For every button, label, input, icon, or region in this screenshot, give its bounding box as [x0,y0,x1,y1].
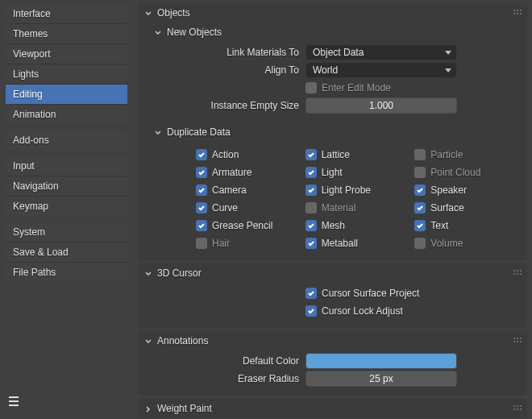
duplicate-data-item: Grease Pencil [196,217,302,234]
hamburger-icon [7,395,20,408]
duplicate-item-label: Camera [212,185,247,196]
align-to-label: Align To [144,64,299,76]
sidebar-item-save-load[interactable]: Save & Load [6,242,127,262]
duplicate-light-probe-checkbox[interactable] [305,185,317,196]
cursor-surface-project-checkbox[interactable] [305,288,317,299]
duplicate-item-label: Metaball [322,238,358,249]
link-materials-label: Link Materials To [144,47,299,58]
enter-edit-mode-checkbox[interactable] [305,82,317,93]
duplicate-item-label: Volume [430,238,463,249]
duplicate-data-item: Speaker [414,181,521,199]
duplicate-camera-checkbox[interactable] [196,185,207,196]
duplicate-data-item: Mesh [305,217,412,234]
sidebar-item-animation[interactable]: Animation [6,104,127,124]
duplicate-data-item: Curve [196,199,302,217]
drag-grip-icon[interactable] [513,404,522,411]
cursor-surface-project-label: Cursor Surface Project [322,288,419,299]
objects-panel-title: Objects [157,7,190,19]
new-objects-title: New Objects [167,27,222,38]
duplicate-speaker-checkbox[interactable] [414,185,426,196]
duplicate-grease-pencil-checkbox[interactable] [196,220,207,231]
annotations-panel-header[interactable]: Annotations [138,331,527,351]
duplicate-data-item: Camera [196,181,302,199]
enter-edit-mode-label: Enter Edit Mode [322,82,391,93]
annotations-panel: Annotations Default Color Eraser Radius … [138,331,527,396]
sidebar-item-file-paths[interactable]: File Paths [6,262,127,282]
sidebar-item-interface[interactable]: Interface [6,4,127,23]
preferences-main: Objects New Objects Link Materials To Ob… [133,0,532,419]
sidebar-item-system[interactable]: System [6,222,127,242]
duplicate-item-label: Surface [430,202,463,214]
hamburger-menu-button[interactable] [6,390,127,415]
new-objects-subpanel-header[interactable]: New Objects [138,23,527,42]
duplicate-data-item: Armature [196,164,302,181]
duplicate-data-item: Light [305,164,412,181]
duplicate-surface-checkbox[interactable] [414,202,426,214]
duplicate-item-label: Grease Pencil [212,220,272,231]
sidebar-item-navigation[interactable]: Navigation [6,176,127,196]
chevron-down-icon [154,28,162,36]
cursor-lock-adjust-checkbox[interactable] [305,305,317,317]
duplicate-data-item: Material [305,199,412,217]
duplicate-metaball-checkbox[interactable] [305,238,317,249]
instance-empty-size-label: Instance Empty Size [144,100,299,111]
chevron-down-icon [144,9,152,17]
duplicate-point-cloud-checkbox[interactable] [414,167,426,178]
sidebar-item-lights[interactable]: Lights [6,64,127,84]
duplicate-data-item: Action [196,146,302,164]
sidebar-item-viewport[interactable]: Viewport [6,44,127,64]
duplicate-data-item: Particle [414,146,521,164]
drag-grip-icon[interactable] [513,269,522,276]
default-color-swatch[interactable] [305,353,457,369]
duplicate-item-label: Light [322,167,343,178]
eraser-radius-label: Eraser Radius [144,373,299,384]
cursor3d-panel: 3D Cursor Cursor Surface Project Cursor … [138,263,527,328]
duplicate-data-subpanel-header[interactable]: Duplicate Data [138,122,527,142]
drag-grip-icon[interactable] [513,337,522,343]
duplicate-volume-checkbox[interactable] [414,238,426,249]
duplicate-item-label: Point Cloud [430,167,480,178]
instance-empty-size-field[interactable]: 1.000 [305,97,457,114]
sidebar-item-editing[interactable]: Editing [6,84,127,104]
duplicate-item-label: Curve [212,202,238,214]
objects-panel-header[interactable]: Objects [138,3,527,23]
duplicate-item-label: Action [212,149,239,160]
chevron-down-icon [144,269,152,277]
sidebar-item-add-ons[interactable]: Add-ons [6,131,127,150]
duplicate-item-label: Particle [430,149,463,160]
duplicate-data-item: Volume [414,234,521,252]
duplicate-mesh-checkbox[interactable] [305,220,317,231]
duplicate-light-checkbox[interactable] [305,167,317,178]
weight-paint-panel: Weight Paint [138,399,527,418]
duplicate-lattice-checkbox[interactable] [305,149,317,160]
duplicate-item-label: Material [322,202,356,214]
weight-paint-panel-header[interactable]: Weight Paint [138,399,527,418]
duplicate-item-label: Text [430,220,448,231]
duplicate-text-checkbox[interactable] [414,220,426,231]
duplicate-item-label: Light Probe [322,185,371,196]
duplicate-curve-checkbox[interactable] [196,202,207,214]
duplicate-data-item: Hair [196,234,302,252]
cursor3d-title: 3D Cursor [157,268,202,279]
duplicate-armature-checkbox[interactable] [196,167,207,178]
drag-grip-icon[interactable] [513,9,522,15]
cursor3d-panel-header[interactable]: 3D Cursor [138,263,527,283]
duplicate-data-title: Duplicate Data [167,127,231,138]
duplicate-material-checkbox[interactable] [305,202,317,214]
sidebar-item-input[interactable]: Input [6,156,127,176]
duplicate-data-item: Point Cloud [414,164,521,181]
sidebar-item-keymap[interactable]: Keymap [6,196,127,216]
sidebar-item-themes[interactable]: Themes [6,23,127,44]
new-objects-body: Link Materials To Object Data Align To W… [138,42,527,122]
link-materials-dropdown[interactable]: Object Data [305,44,457,60]
chevron-right-icon [144,404,152,413]
duplicate-item-label: Armature [212,167,251,178]
duplicate-particle-checkbox[interactable] [414,149,426,160]
duplicate-item-label: Hair [212,238,230,249]
duplicate-action-checkbox[interactable] [196,149,207,160]
duplicate-hair-checkbox[interactable] [196,238,207,249]
duplicate-data-body: ActionLatticeParticleArmatureLightPoint … [138,142,527,260]
weight-paint-title: Weight Paint [157,403,212,414]
align-to-dropdown[interactable]: World [305,62,457,78]
eraser-radius-field[interactable]: 25 px [305,371,457,387]
